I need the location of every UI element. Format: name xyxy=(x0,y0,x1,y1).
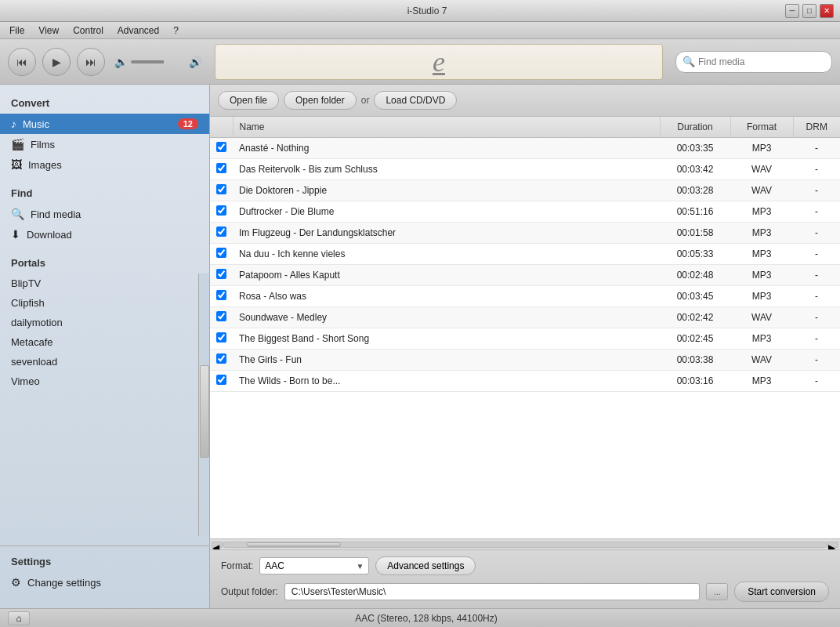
row-checkbox-cell[interactable] xyxy=(210,265,233,286)
row-checkbox-10[interactable] xyxy=(216,353,226,364)
music-label: Music xyxy=(23,118,49,130)
row-checkbox-5[interactable] xyxy=(216,248,226,258)
row-checkbox-cell[interactable] xyxy=(210,138,233,159)
row-checkbox-4[interactable] xyxy=(216,227,226,237)
row-duration: 00:03:16 xyxy=(660,371,730,392)
portals-scrollbar[interactable] xyxy=(198,274,209,536)
toolbar: ⏮ ▶ ⏭ 🔈 🔊 e 🔍 xyxy=(0,39,840,85)
row-checkbox-cell[interactable] xyxy=(210,286,233,307)
sidebar-item-metacafe[interactable]: Metacafe xyxy=(0,332,209,352)
output-folder-path[interactable]: C:\Users\Tester\Music\ xyxy=(284,583,701,600)
row-drm: - xyxy=(793,307,840,328)
table-row: Patapoom - Alles Kaputt 00:02:48 MP3 - xyxy=(210,265,840,286)
sidebar-item-clipfish[interactable]: Clipfish xyxy=(0,293,209,313)
row-drm: - xyxy=(793,138,840,159)
home-button[interactable]: ⌂ xyxy=(8,611,30,625)
row-checkbox-cell[interactable] xyxy=(210,180,233,201)
sidebar-item-change-settings[interactable]: ⚙ Change settings xyxy=(0,572,209,593)
menu-file[interactable]: File xyxy=(3,24,31,38)
sidebar-item-bliptv[interactable]: BlipTV xyxy=(0,274,209,293)
search-box[interactable]: 🔍 xyxy=(675,51,832,73)
play-button[interactable]: ▶ xyxy=(42,48,71,76)
row-duration: 00:03:28 xyxy=(660,180,730,201)
music-badge: 12 xyxy=(178,118,198,129)
close-button[interactable]: ✕ xyxy=(820,4,834,18)
row-format: WAV xyxy=(730,307,793,328)
row-format: MP3 xyxy=(730,244,793,265)
open-folder-button[interactable]: Open folder xyxy=(284,91,357,110)
row-checkbox-11[interactable] xyxy=(216,375,226,385)
row-drm: - xyxy=(793,265,840,286)
row-checkbox-6[interactable] xyxy=(216,269,226,279)
h-scroll-left[interactable]: ◀ xyxy=(212,542,223,548)
open-file-button[interactable]: Open file xyxy=(218,91,279,110)
row-format: WAV xyxy=(730,180,793,201)
sidebar-item-music[interactable]: ♪ Music 12 xyxy=(0,114,209,134)
sidebar-item-films[interactable]: 🎬 Films xyxy=(0,134,209,154)
row-format: WAV xyxy=(730,159,793,180)
dropdown-arrow-icon: ▼ xyxy=(356,562,364,571)
row-checkbox-cell[interactable] xyxy=(210,328,233,350)
sidebar-item-images[interactable]: 🖼 Images xyxy=(0,154,209,175)
row-checkbox-cell[interactable] xyxy=(210,350,233,371)
row-checkbox-3[interactable] xyxy=(216,205,226,216)
table-row: Rosa - Also was 00:03:45 MP3 - xyxy=(210,286,840,307)
row-drm: - xyxy=(793,180,840,201)
row-checkbox-cell[interactable] xyxy=(210,244,233,265)
portals-scrollbar-thumb xyxy=(200,365,209,457)
start-conversion-button[interactable]: Start conversion xyxy=(734,582,829,602)
forward-button[interactable]: ⏭ xyxy=(77,48,105,76)
row-duration: 00:02:48 xyxy=(660,265,730,286)
row-checkbox-cell[interactable] xyxy=(210,371,233,392)
table-row: Das Reitervolk - Bis zum Schluss 00:03:4… xyxy=(210,159,840,180)
row-checkbox-7[interactable] xyxy=(216,290,226,300)
h-scroll-track[interactable] xyxy=(223,542,827,548)
row-checkbox-cell[interactable] xyxy=(210,159,233,180)
format-label: Format: xyxy=(221,560,253,571)
row-drm: - xyxy=(793,244,840,265)
format-select[interactable]: AAC ▼ xyxy=(259,557,369,574)
sidebar-item-find-media[interactable]: 🔍 Find media xyxy=(0,204,209,224)
browse-button[interactable]: ... xyxy=(706,583,728,600)
volume-slider[interactable] xyxy=(131,60,186,63)
row-format: MP3 xyxy=(730,371,793,392)
row-checkbox-2[interactable] xyxy=(216,184,226,194)
maximize-button[interactable]: □ xyxy=(802,4,816,18)
menu-control[interactable]: Control xyxy=(67,24,110,38)
advanced-settings-button[interactable]: Advanced settings xyxy=(375,556,476,575)
row-name: Die Doktoren - Jippie xyxy=(233,180,660,201)
table-row: Die Doktoren - Jippie 00:03:28 WAV - xyxy=(210,180,840,201)
logo-area: e xyxy=(215,44,663,80)
search-input[interactable] xyxy=(698,56,824,67)
row-checkbox-1[interactable] xyxy=(216,163,226,173)
menu-advanced[interactable]: Advanced xyxy=(111,24,165,38)
rewind-button[interactable]: ⏮ xyxy=(8,48,36,76)
menu-view[interactable]: View xyxy=(32,24,65,38)
sidebar-item-sevenload[interactable]: sevenload xyxy=(0,352,209,371)
portals-scroll[interactable]: BlipTV Clipfish dailymotion Metacafe sev… xyxy=(0,274,209,536)
load-cd-button[interactable]: Load CD/DVD xyxy=(374,91,457,110)
find-section: Find 🔍 Find media ⬇ Download xyxy=(0,184,209,245)
row-checkbox-9[interactable] xyxy=(216,332,226,342)
convert-section: Convert ♪ Music 12 🎬 Films 🖼 Images xyxy=(0,94,209,175)
row-format: MP3 xyxy=(730,328,793,350)
row-name: Im Flugzeug - Der Landungsklatscher xyxy=(233,223,660,244)
row-name: The Biggest Band - Short Song xyxy=(233,328,660,350)
minimize-button[interactable]: ─ xyxy=(785,4,799,18)
row-checkbox-8[interactable] xyxy=(216,311,226,321)
search-icon: 🔍 xyxy=(682,56,695,67)
find-media-label: Find media xyxy=(31,208,81,220)
sevenload-label: sevenload xyxy=(11,356,57,368)
menu-help[interactable]: ? xyxy=(167,24,185,38)
status-left: ⌂ xyxy=(8,611,36,625)
row-checkbox-0[interactable] xyxy=(216,142,226,152)
h-scroll-bar[interactable]: ◀ ▶ xyxy=(210,538,840,549)
row-checkbox-cell[interactable] xyxy=(210,223,233,244)
sidebar-item-vimeo[interactable]: Vimeo xyxy=(0,371,209,391)
sidebar-item-dailymotion[interactable]: dailymotion xyxy=(0,313,209,332)
row-checkbox-cell[interactable] xyxy=(210,307,233,328)
row-checkbox-cell[interactable] xyxy=(210,201,233,223)
download-label: Download xyxy=(27,229,72,241)
sidebar-item-download[interactable]: ⬇ Download xyxy=(0,224,209,245)
h-scroll-right[interactable]: ▶ xyxy=(827,542,838,548)
